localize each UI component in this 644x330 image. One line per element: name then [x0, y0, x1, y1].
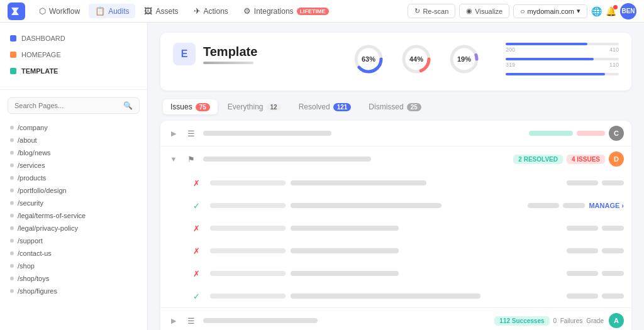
sidebar-item-homepage[interactable]: HOMEPAGE	[0, 47, 147, 63]
nav-actions[interactable]: ✈ Actions	[187, 4, 235, 18]
domain-chevron-icon: ▾	[577, 7, 580, 15]
page-item-products[interactable]: /products	[0, 172, 147, 184]
page-item-shop-toys[interactable]: /shop/toys	[0, 272, 147, 285]
table-area: ▶ ☰ C ▼ ⚑ 2 RESOLVE	[160, 121, 631, 330]
tab-resolved[interactable]: Resolved 121	[291, 99, 359, 114]
progress-fill-1	[506, 43, 587, 45]
rescan-icon: ↻	[414, 7, 420, 15]
progress-fill-2	[506, 58, 594, 60]
page-item-privacy[interactable]: /legal/privacy-policy	[0, 222, 147, 234]
page-dot	[10, 289, 14, 293]
tab-dismissed-label: Dismissed	[369, 102, 403, 111]
sub-actions-5	[567, 271, 624, 276]
pill-green-1	[529, 131, 573, 136]
page-label: /portfolio/design	[18, 187, 67, 194]
tab-dismissed[interactable]: Dismissed 25	[361, 99, 428, 114]
sub-bar-3	[291, 226, 399, 231]
page-title-bar	[203, 62, 253, 64]
status-cross-1: ✗	[193, 179, 200, 188]
page-item-contact[interactable]: /contact-us	[0, 247, 147, 260]
nav-audits-label: Audits	[108, 7, 129, 16]
row-bar-area-3	[203, 318, 489, 323]
failures-zero-label: 0 Failures	[553, 317, 583, 324]
sub-pill-3a	[567, 226, 598, 231]
nav-audits[interactable]: 📋 Audits	[89, 4, 135, 18]
sub-bar-area-3	[291, 226, 562, 231]
sub-bar-area-5	[291, 271, 562, 276]
chevron-expand-3[interactable]: ▶	[168, 315, 179, 326]
sidebar-item-dashboard[interactable]: DASHBOARD	[0, 30, 147, 47]
sub-bar-name-3	[210, 226, 286, 231]
status-cross-3: ✗	[193, 224, 200, 233]
search-input[interactable]	[14, 102, 119, 109]
visualize-button[interactable]: ◉ Visualize	[459, 4, 509, 18]
page-item-blog[interactable]: /blog/news	[0, 146, 147, 159]
sub-actions-4	[567, 248, 624, 253]
globe-icon[interactable]: 🌐	[591, 6, 602, 16]
user-avatar[interactable]: BEN	[620, 3, 636, 19]
page-item-services[interactable]: /services	[0, 159, 147, 172]
progress-right-2: 110	[609, 62, 619, 68]
row-actions-2: 2 RESOLVED 4 ISSUES D	[513, 151, 624, 167]
page-item-shop[interactable]: /shop	[0, 260, 147, 272]
row-bar-area-2	[203, 157, 508, 162]
sidebar: DASHBOARD HOMEPAGE TEMPLATE 🔍 /company /…	[0, 23, 148, 330]
grade-badge-a: A	[609, 313, 624, 328]
manage-link[interactable]: MANAGE ›	[589, 202, 624, 209]
audits-icon: 📋	[95, 6, 105, 16]
sub-pill-4b	[602, 248, 624, 253]
badge-issues-2: 4 ISSUES	[567, 155, 605, 164]
sub-actions-1	[567, 180, 624, 185]
page-item-company[interactable]: /company	[0, 121, 147, 134]
sub-bar-area-4	[291, 248, 562, 253]
integrations-icon: ⚙	[243, 6, 251, 16]
page-item-shop-figures[interactable]: /shop/figures	[0, 285, 147, 297]
progress-left-2: 319	[506, 62, 515, 68]
logo[interactable]	[8, 3, 25, 20]
rescan-button[interactable]: ↻ Re-scan	[408, 4, 455, 18]
group-row-3-header: ▶ ☰ 112 Successes 0 Failures Grade A	[160, 308, 631, 330]
sidebar-nav: DASHBOARD HOMEPAGE TEMPLATE	[0, 23, 147, 87]
sub-pill-4a	[567, 248, 598, 253]
sub-actions-3	[567, 226, 624, 231]
page-item-support[interactable]: /support	[0, 234, 147, 247]
notification-wrapper: 🔔	[606, 6, 616, 16]
progress-row-3	[506, 73, 619, 75]
sub-bar-1	[291, 180, 426, 185]
rescan-label: Re-scan	[423, 8, 448, 15]
page-label: /company	[18, 124, 48, 131]
tab-everything-count: 12	[267, 103, 281, 111]
tab-issues[interactable]: Issues 75	[163, 99, 218, 114]
page-label: /shop/figures	[18, 287, 57, 295]
page-dot	[10, 214, 14, 217]
status-check-6: ✓	[193, 292, 200, 301]
page-icon-letter: E	[181, 48, 188, 60]
sub-bar-4	[291, 248, 399, 253]
row-actions-1: C	[529, 126, 624, 141]
sub-bar-2	[291, 203, 441, 208]
sub-actions-6	[567, 294, 624, 299]
sidebar-pages: /company /about /blog/news /services /pr…	[0, 119, 147, 305]
nav-workflow[interactable]: ⬡ Workflow	[33, 4, 86, 18]
sub-pill-6b	[602, 294, 624, 299]
chevron-expand-2[interactable]: ▼	[168, 153, 179, 165]
domain-selector[interactable]: ○ mydomain.com ▾	[513, 4, 587, 18]
sidebar-item-template[interactable]: TEMPLATE	[0, 63, 147, 79]
nav-integrations[interactable]: ⚙ Integrations LIFETIME	[237, 4, 335, 18]
page-item-portfolio[interactable]: /portfolio/design	[0, 184, 147, 197]
sub-pill-1a	[567, 180, 598, 185]
page-item-security[interactable]: /security	[0, 197, 147, 209]
sub-row-2: ✓ MANAGE ›	[160, 194, 631, 217]
chevron-expand-1[interactable]: ▶	[168, 128, 179, 139]
tab-dismissed-count: 25	[407, 103, 421, 111]
tab-everything[interactable]: Everything 12	[220, 99, 289, 114]
page-item-terms[interactable]: /legal/terms-of-service	[0, 209, 147, 222]
group-row-1-header: ▶ ☰ C	[160, 121, 631, 146]
sidebar-search[interactable]: 🔍	[8, 97, 140, 114]
sub-pill-6a	[567, 294, 598, 299]
page-item-about[interactable]: /about	[0, 134, 147, 146]
row-bar-area-1	[203, 131, 524, 136]
dashboard-label: DASHBOARD	[21, 35, 65, 42]
progress-right-1: 410	[609, 47, 619, 53]
nav-assets[interactable]: 🖼 Assets	[138, 4, 184, 18]
